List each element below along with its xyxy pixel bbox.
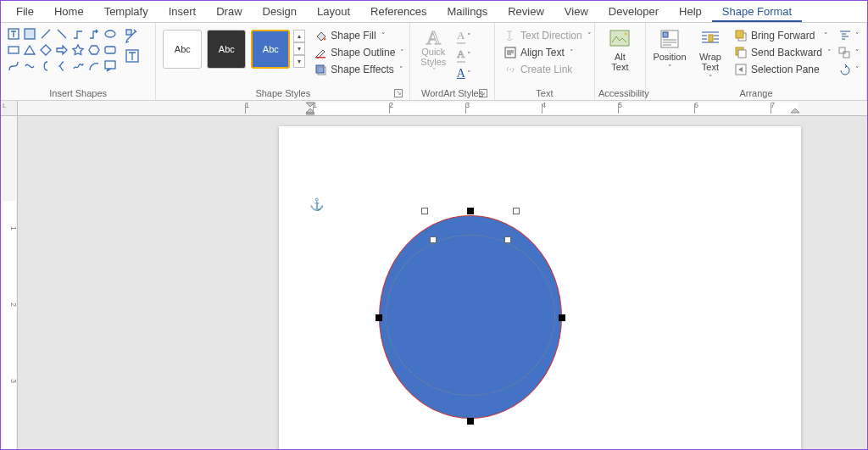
ruler-vertical[interactable]: 1 2 3 [1,116,18,450]
rotate-objects-button[interactable]: ˅ [837,62,861,77]
edit-anchor-handle[interactable] [559,314,565,321]
tab-view[interactable]: View [554,2,598,22]
shape-style-gallery[interactable]: Abc Abc Abc [159,25,293,74]
edit-node-handle[interactable] [513,208,520,214]
group-text: Text Direction˅ Align Text˅ Create Link … [495,23,595,100]
svg-rect-10 [316,65,324,73]
edit-anchor-handle[interactable] [376,314,382,321]
tab-review[interactable]: Review [498,2,554,22]
group-icon [838,46,852,59]
shape-arc-icon[interactable] [86,58,102,74]
group-label-text: Text [498,86,591,100]
gallery-more-button[interactable]: ▾ [293,55,305,68]
edit-anchor-handle[interactable] [467,208,474,214]
group-objects-button[interactable]: ˅ [837,45,861,60]
align-text-button[interactable]: Align Text˅ [502,45,593,60]
tab-mailings[interactable]: Mailings [437,2,498,22]
gallery-up-button[interactable]: ▴ [293,30,305,42]
shape-edit-icon[interactable] [22,26,37,42]
right-indent-marker[interactable] [791,101,799,116]
text-effects-button[interactable]: A˅ [454,65,473,82]
svg-rect-9 [315,57,326,58]
shape-arrow-right-icon[interactable] [54,42,70,58]
chevron-down-icon: ˅ [570,48,574,57]
tab-design[interactable]: Design [253,2,307,22]
tab-layout[interactable]: Layout [307,2,360,22]
tab-shape-format[interactable]: Shape Format [712,2,802,22]
shape-outline-button[interactable]: Shape Outline˅ [312,45,406,60]
svg-rect-5 [105,61,115,69]
tab-references[interactable]: References [360,2,437,22]
position-button[interactable]: Position˅ [649,25,690,72]
shape-oval-icon[interactable] [103,26,118,42]
shape-star-icon[interactable] [70,42,86,58]
tab-insert[interactable]: Insert [159,2,207,22]
shape-curve2-icon[interactable] [22,58,37,74]
shape-connector-arrow-icon[interactable] [86,26,102,42]
shape-line2-icon[interactable] [54,26,70,42]
document-page[interactable]: ⚓ [279,126,801,450]
chevron-down-icon: ˅ [820,31,828,40]
dialog-launcher-icon[interactable]: ↘ [479,89,487,97]
chevron-down-icon: ˅ [432,67,437,75]
send-backward-button[interactable]: Send Backward˅ [732,45,833,60]
quick-styles-button[interactable]: A Quick Styles ˅ [415,28,451,75]
svg-rect-4 [105,47,115,53]
link-icon [504,63,517,76]
tab-home[interactable]: Home [44,2,94,22]
pen-icon [314,46,327,59]
shape-bracket-icon[interactable] [38,58,53,74]
group-arrange: Position˅ Wrap Text˅ Bring Forward ˅ Sen… [646,23,867,100]
left-indent-marker[interactable] [306,101,314,116]
style-thumb-3[interactable]: Abc [251,30,290,69]
selected-shape[interactable] [379,211,562,423]
svg-rect-6 [126,30,131,35]
ruler-horizontal[interactable]: 1 1 2 3 4 5 6 7 [18,101,867,116]
svg-point-14 [625,33,627,36]
shape-brace-icon[interactable] [54,58,70,74]
align-objects-button[interactable]: ˅ [837,28,861,43]
svg-rect-17 [709,35,713,42]
svg-rect-24 [843,52,849,58]
shape-diamond-icon[interactable] [38,42,53,58]
edit-shape-button[interactable] [123,26,142,45]
shape-callout-icon[interactable] [103,58,118,74]
shape-line-icon[interactable] [38,26,53,42]
edit-node-handle[interactable] [421,208,428,214]
shape-hexagon-icon[interactable] [86,42,102,58]
alt-text-icon [607,28,632,50]
tab-help[interactable]: Help [669,2,712,22]
shape-scribble-icon[interactable] [70,58,86,74]
edit-anchor-handle[interactable] [467,418,474,425]
style-thumb-2[interactable]: Abc [207,30,246,69]
tab-developer[interactable]: Developer [598,2,669,22]
shape-roundrect-icon[interactable] [103,42,118,58]
shape-textbox-icon[interactable] [6,26,21,42]
tab-draw[interactable]: Draw [206,2,252,22]
selection-pane-button[interactable]: Selection Pane [732,62,833,77]
style-thumb-1[interactable]: Abc [163,30,202,69]
shapes-gallery[interactable] [4,25,120,75]
text-fill-button[interactable]: A˅ [454,28,473,45]
edit-node-handle[interactable] [504,236,511,243]
shape-rect-icon[interactable] [6,42,21,58]
selection-pane-icon [734,63,748,76]
tab-file[interactable]: File [6,2,44,22]
svg-point-2 [105,31,115,37]
wrap-text-button[interactable]: Wrap Text˅ [690,25,731,82]
shape-curve-icon[interactable] [6,58,21,74]
group-label-shape-styles: Shape Styles↘ [159,86,406,100]
shape-connector-icon[interactable] [70,26,86,42]
textbox-button[interactable] [123,47,142,65]
text-outline-button[interactable]: A˅ [454,47,473,64]
bring-forward-button[interactable]: Bring Forward ˅ [732,28,833,43]
chevron-down-icon: ˅ [827,48,832,57]
dialog-launcher-icon[interactable]: ↘ [394,89,403,97]
shape-effects-button[interactable]: Shape Effects˅ [312,62,406,77]
gallery-down-button[interactable]: ▾ [293,42,305,55]
tab-templafy[interactable]: Templafy [94,2,159,22]
shape-triangle-icon[interactable] [22,42,37,58]
edit-node-handle[interactable] [430,236,437,243]
alt-text-button[interactable]: Alt Text [599,25,640,72]
shape-fill-button[interactable]: Shape Fill˅ [312,28,406,43]
